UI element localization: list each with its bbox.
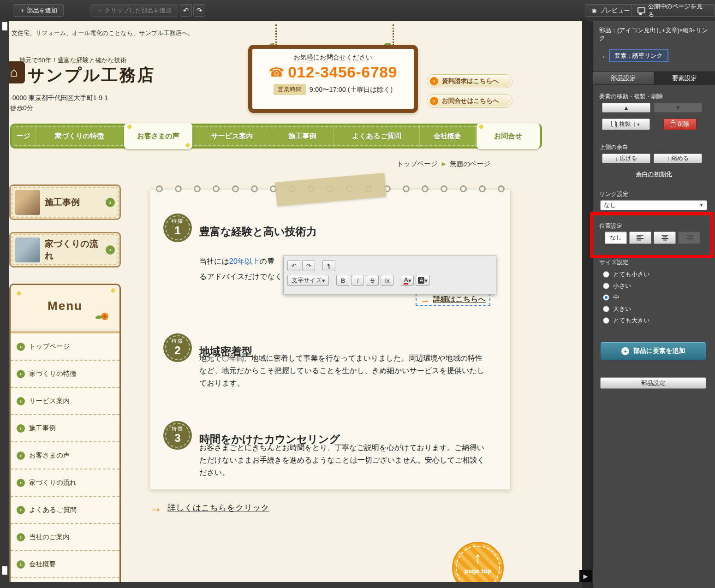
clear-format-button[interactable]: Ix: [381, 275, 393, 286]
down-arrow-icon: ↓: [615, 155, 618, 162]
position-align-right-button[interactable]: [678, 232, 700, 244]
nav-label: ージ: [17, 132, 30, 141]
nav-item-works[interactable]: 施工事例: [271, 125, 334, 147]
banner-flow[interactable]: 家づくりの流れ ›: [9, 232, 121, 267]
size-radio-xlarge[interactable]: とても大きい: [603, 316, 650, 325]
request-documents-button[interactable]: › 資料請求はこちらへ: [427, 74, 512, 88]
delete-button[interactable]: 削除: [663, 119, 697, 130]
link-section-title: リンク設定: [599, 190, 628, 198]
paragraph-button[interactable]: ¶: [322, 260, 335, 271]
menu-item-works[interactable]: › 施工事例: [11, 415, 119, 442]
badge-number: 3: [163, 432, 192, 444]
font-size-dropdown[interactable]: 文字サイズ ▾: [287, 275, 329, 286]
chevron-icon: ›: [17, 506, 25, 514]
feature-title-1: 豊富な経験と高い技術力: [199, 225, 317, 239]
margin-buttons: ↓ 広げる ↑ 縮める: [602, 154, 702, 163]
contact-signboard: お気軽にお問合せください ☎ 012-3456-6789 営業時間 9:00〜1…: [248, 45, 418, 113]
duplicate-delete-row: 複製 ▾ 削除: [602, 119, 697, 130]
position-align-left-button[interactable]: [629, 232, 651, 244]
add-clipped-part-button[interactable]: ＋ クリップした部品を追加: [90, 4, 178, 17]
size-radio-xsmall[interactable]: とても小さい: [603, 270, 650, 279]
chevron-icon: ›: [17, 451, 25, 460]
redo-button[interactable]: ↷: [193, 4, 205, 17]
align-left-icon: [637, 235, 644, 241]
menu-item-greeting[interactable]: › 代表あいさつ: [11, 578, 119, 582]
menu-item-features[interactable]: › 家づくりの特徴: [11, 361, 119, 388]
contact-us-button[interactable]: › お問合せはこちらへ: [427, 94, 512, 108]
view-published-button[interactable]: 公開中のページを見る: [631, 4, 715, 17]
radio-label: 大きい: [613, 305, 632, 313]
part-settings-button[interactable]: 部品設定: [600, 377, 706, 389]
menu-item-top[interactable]: › トップページ: [11, 333, 119, 361]
breadcrumb-current: 無題のページ: [450, 160, 490, 168]
tab-element-settings[interactable]: 要素設定: [654, 71, 715, 85]
breadcrumb-home[interactable]: トップページ: [397, 160, 438, 168]
add-clipped-part-label: ＋ クリップした部品を追加: [97, 6, 172, 15]
right-gutter: [582, 21, 593, 588]
font-color-button[interactable]: A ▾: [401, 275, 414, 286]
menu-item-company[interactable]: › 会社概要: [11, 551, 119, 578]
inline-link[interactable]: 20年以上: [229, 257, 260, 265]
bold-button[interactable]: B: [336, 275, 349, 286]
nav-item-features[interactable]: 家づくりの特徴: [36, 125, 123, 147]
nav-item-faq[interactable]: よくあるご質問: [334, 125, 420, 147]
undo-button[interactable]: ↶: [180, 4, 192, 17]
settings-panel: 部品：(アイコン見出し+文章)×縦3+リンク → 要素：誘導リンク 部品設定 要…: [593, 21, 715, 588]
more-details-link[interactable]: → 詳しくはこちらをクリック: [150, 502, 269, 514]
italic-button[interactable]: I: [351, 275, 364, 286]
left-scrollbar-handle-bottom[interactable]: [2, 566, 7, 575]
nav-item-company[interactable]: 会社概要: [420, 125, 476, 147]
page-top-button[interactable]: ↑ page top: [452, 542, 504, 582]
move-down-button[interactable]: ▼: [654, 103, 702, 113]
position-none-button[interactable]: なし: [605, 232, 627, 244]
site-tagline: 文住宅、リフォーム、オール電化のことなら、サンプル工務店へ。: [12, 29, 194, 37]
menu-item-voice[interactable]: › お客さまの声: [11, 442, 119, 469]
link-select[interactable]: なし ▼: [600, 200, 707, 210]
nav-item-top-page[interactable]: ージ: [12, 125, 36, 147]
menu-item-about[interactable]: › 当社のご案内: [11, 524, 119, 551]
breadcrumb-separator-icon: ▶: [442, 161, 446, 167]
badge-word: 特徴: [163, 338, 192, 344]
add-element-button[interactable]: ＋ 部品に要素を追加: [600, 342, 706, 360]
nav-label: 施工事例: [289, 132, 316, 141]
editor-redo-button[interactable]: ↷: [302, 260, 315, 271]
feature-badge-2: 特徴 2: [163, 333, 192, 362]
size-radio-medium[interactable]: 中: [603, 293, 619, 302]
margin-shrink-button[interactable]: ↑ 縮める: [654, 154, 702, 163]
margin-reset-link[interactable]: 余白の初期化: [593, 170, 715, 178]
menu-item-faq[interactable]: › よくあるご質問: [11, 497, 119, 524]
banner-works[interactable]: 施工事例 ›: [9, 184, 121, 220]
margin-expand-button[interactable]: ↓ 広げる: [602, 154, 650, 163]
copy-icon: [612, 122, 617, 127]
radio-label: とても小さい: [613, 270, 650, 279]
masking-tape: [275, 173, 387, 207]
undo-icon: ↶: [292, 262, 297, 269]
duplicate-button[interactable]: 複製 ▾: [602, 119, 650, 130]
size-radio-large[interactable]: 大きい: [603, 304, 632, 314]
size-radio-small[interactable]: 小さい: [603, 281, 632, 291]
sparkle-icon: [16, 291, 21, 296]
tab-part-settings[interactable]: 部品設定: [593, 71, 654, 85]
radio-label: 中: [613, 293, 619, 302]
nav-item-services[interactable]: サービス案内: [193, 125, 271, 147]
strikethrough-button[interactable]: S: [366, 275, 379, 286]
editor-undo-button[interactable]: ↶: [287, 260, 300, 271]
scroll-right-arrow[interactable]: ▶: [579, 570, 592, 582]
menu-item-services[interactable]: › サービス案内: [11, 388, 119, 415]
hours-text: 9:00〜17:00 (土曜日は除く): [310, 85, 393, 94]
position-align-center-button[interactable]: [654, 232, 676, 244]
preview-button[interactable]: ◉ プレビュー: [585, 4, 637, 17]
global-nav: ージ 家づくりの特徴 お客さまの声 サービス案内 施工事例 よくあるご質問 会社…: [10, 124, 542, 148]
highlight-color-button[interactable]: A ▾: [416, 275, 430, 286]
pilcrow-icon: ¶: [328, 262, 331, 269]
bold-icon: B: [341, 277, 345, 284]
chevron-icon: ›: [17, 533, 25, 541]
nav-item-contact[interactable]: お問合せ: [477, 123, 540, 149]
add-part-button[interactable]: ＋ 部品を追加: [13, 4, 64, 17]
menu-item-flow[interactable]: › 家づくりの流れ: [11, 469, 119, 497]
selected-guidance-link[interactable]: → 詳細はこちらへ: [416, 293, 490, 306]
nav-item-customer-voice[interactable]: お客さまの声: [124, 123, 192, 149]
badge-number: 2: [163, 344, 192, 356]
left-scrollbar-handle-top[interactable]: [2, 22, 7, 30]
move-up-button[interactable]: ▲: [602, 103, 650, 113]
